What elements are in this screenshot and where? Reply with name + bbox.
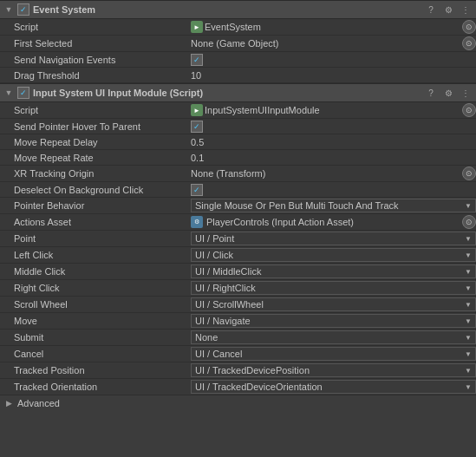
advanced-section[interactable]: ▶ Advanced: [0, 395, 476, 411]
first-selected-row: First Selected None (Game Object) ⊙: [0, 36, 476, 52]
middle-click-value[interactable]: UI / MiddleClick ▼: [191, 264, 476, 278]
send-pointer-hover-row: Send Pointer Hover To Parent ✓: [0, 119, 476, 134]
left-click-value[interactable]: UI / Click ▼: [191, 248, 476, 262]
input-module-body: Script ► InputSystemUIInputModule ⊙ Send…: [0, 102, 476, 395]
left-click-dropdown[interactable]: UI / Click ▼: [191, 248, 476, 262]
cancel-arrow: ▼: [465, 350, 472, 358]
xr-tracking-origin-label: XR Tracking Origin: [0, 168, 191, 179]
drag-threshold-text: 10: [191, 70, 201, 81]
event-system-header: ▼ ✓ Event System ? ⚙ ⋮: [0, 0, 476, 19]
deselect-bg-click-label: Deselect On Background Click: [0, 185, 191, 195]
tracked-orientation-text: UI / TrackedDeviceOrientation: [195, 382, 323, 392]
event-system-settings-icon[interactable]: ⚙: [441, 3, 455, 16]
send-nav-checkbox[interactable]: ✓: [191, 54, 203, 66]
event-system-help-icon[interactable]: ?: [424, 3, 438, 16]
send-nav-value: ✓: [191, 54, 476, 66]
first-selected-label: First Selected: [0, 38, 191, 49]
input-module-menu-icon[interactable]: ⋮: [459, 86, 473, 100]
tracked-orientation-arrow: ▼: [465, 383, 472, 391]
cancel-row: Cancel UI / Cancel ▼: [0, 346, 476, 362]
move-repeat-rate-label: Move Repeat Rate: [0, 153, 191, 163]
send-nav-row: Send Navigation Events ✓: [0, 52, 476, 68]
middle-click-label: Middle Click: [0, 266, 191, 277]
deselect-bg-click-value: ✓: [191, 184, 476, 196]
input-module-help-icon[interactable]: ?: [424, 86, 438, 100]
move-value[interactable]: UI / Navigate ▼: [191, 314, 476, 328]
left-click-row: Left Click UI / Click ▼: [0, 247, 476, 264]
submit-dropdown[interactable]: None ▼: [191, 330, 476, 344]
move-repeat-delay-label: Move Repeat Delay: [0, 137, 191, 147]
event-system-script-text: EventSystem: [205, 22, 261, 32]
move-dropdown[interactable]: UI / Navigate ▼: [191, 314, 476, 328]
right-click-label: Right Click: [0, 283, 191, 293]
right-click-dropdown[interactable]: UI / RightClick ▼: [191, 281, 476, 295]
middle-click-row: Middle Click UI / MiddleClick ▼: [0, 264, 476, 280]
event-system-collapse-arrow[interactable]: ▼: [3, 4, 14, 15]
move-repeat-rate-text: 0.1: [191, 153, 204, 163]
right-click-text: UI / RightClick: [195, 283, 256, 293]
send-pointer-hover-value: ✓: [191, 121, 476, 133]
scroll-wheel-value[interactable]: UI / ScrollWheel ▼: [191, 297, 476, 311]
send-pointer-hover-checkbox[interactable]: ✓: [191, 121, 203, 133]
submit-arrow: ▼: [465, 334, 472, 342]
advanced-collapse-arrow[interactable]: ▶: [3, 398, 14, 408]
actions-asset-value: ⚙ PlayerControls (Input Action Asset): [191, 216, 462, 228]
pointer-behavior-text: Single Mouse Or Pen But Multi Touch And …: [195, 200, 399, 211]
input-module-title: Input System UI Input Module (Script): [33, 88, 421, 98]
event-system-body: Script ► EventSystem ⊙ First Selected No…: [0, 19, 476, 83]
tracked-orientation-label: Tracked Orientation: [0, 382, 191, 392]
tracked-position-arrow: ▼: [465, 367, 472, 375]
input-module-enable-checkbox[interactable]: ✓: [17, 87, 29, 99]
actions-asset-text: PlayerControls (Input Action Asset): [206, 217, 354, 227]
move-text: UI / Navigate: [195, 316, 251, 326]
move-repeat-rate-value: 0.1: [191, 153, 476, 163]
event-system-enable-checkbox[interactable]: ✓: [17, 3, 29, 16]
first-selected-circle[interactable]: ⊙: [462, 36, 476, 50]
pointer-behavior-label: Pointer Behavior: [0, 200, 191, 211]
point-dropdown[interactable]: UI / Point ▼: [191, 232, 476, 245]
event-system-menu-icon[interactable]: ⋮: [459, 3, 473, 16]
event-system-script-circle[interactable]: ⊙: [462, 20, 476, 34]
first-selected-value: None (Game Object): [191, 38, 462, 49]
drag-threshold-row: Drag Threshold 10: [0, 68, 476, 83]
pointer-behavior-value[interactable]: Single Mouse Or Pen But Multi Touch And …: [191, 199, 476, 212]
point-value[interactable]: UI / Point ▼: [191, 232, 476, 245]
right-click-value[interactable]: UI / RightClick ▼: [191, 281, 476, 295]
submit-text: None: [195, 332, 218, 343]
first-selected-text: None (Game Object): [191, 38, 278, 49]
move-arrow: ▼: [465, 317, 472, 325]
cancel-dropdown[interactable]: UI / Cancel ▼: [191, 347, 476, 361]
point-text: UI / Point: [195, 233, 234, 244]
input-module-settings-icon[interactable]: ⚙: [441, 86, 455, 100]
input-script-text: InputSystemUIInputModule: [205, 105, 320, 115]
xr-tracking-origin-circle[interactable]: ⊙: [462, 166, 476, 180]
deselect-bg-click-checkbox[interactable]: ✓: [191, 184, 203, 196]
point-arrow: ▼: [465, 235, 472, 243]
event-system-script-row: Script ► EventSystem ⊙: [0, 19, 476, 36]
submit-label: Submit: [0, 332, 191, 343]
cancel-value[interactable]: UI / Cancel ▼: [191, 347, 476, 361]
tracked-orientation-value[interactable]: UI / TrackedDeviceOrientation ▼: [191, 380, 476, 394]
pointer-behavior-dropdown[interactable]: Single Mouse Or Pen But Multi Touch And …: [191, 199, 476, 212]
event-system-script-label: Script: [0, 22, 191, 32]
middle-click-text: UI / MiddleClick: [195, 266, 261, 277]
right-click-row: Right Click UI / RightClick ▼: [0, 280, 476, 297]
actions-asset-label: Actions Asset: [0, 217, 191, 227]
scroll-wheel-dropdown[interactable]: UI / ScrollWheel ▼: [191, 297, 476, 311]
cancel-label: Cancel: [0, 349, 191, 359]
input-script-circle[interactable]: ⊙: [462, 103, 476, 117]
submit-value[interactable]: None ▼: [191, 330, 476, 344]
event-system-title: Event System: [33, 4, 421, 15]
right-click-arrow: ▼: [465, 284, 472, 292]
left-click-text: UI / Click: [195, 250, 233, 260]
tracked-position-dropdown[interactable]: UI / TrackedDevicePosition ▼: [191, 363, 476, 377]
middle-click-dropdown[interactable]: UI / MiddleClick ▼: [191, 264, 476, 278]
move-label: Move: [0, 316, 191, 326]
xr-tracking-origin-value: None (Transform): [191, 168, 462, 179]
input-module-collapse-arrow[interactable]: ▼: [3, 88, 14, 98]
tracked-position-value[interactable]: UI / TrackedDevicePosition ▼: [191, 363, 476, 377]
point-label: Point: [0, 233, 191, 244]
tracked-orientation-dropdown[interactable]: UI / TrackedDeviceOrientation ▼: [191, 380, 476, 394]
actions-asset-circle[interactable]: ⊙: [462, 215, 476, 229]
scroll-wheel-text: UI / ScrollWheel: [195, 299, 264, 310]
